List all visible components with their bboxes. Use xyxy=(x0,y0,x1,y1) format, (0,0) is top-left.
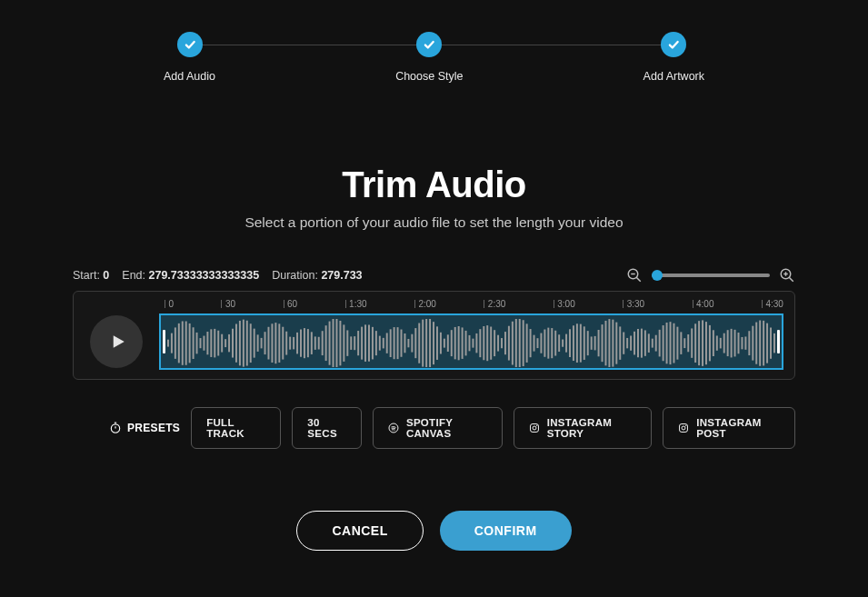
zoom-out-icon[interactable] xyxy=(626,267,643,284)
preset-spotify-canvas[interactable]: SPOTIFY CANVAS xyxy=(373,407,503,449)
ruler-tick: 3:00 xyxy=(554,299,575,309)
instagram-icon xyxy=(529,422,540,434)
check-icon xyxy=(416,32,442,57)
trim-end: End: 279.73333333333335 xyxy=(122,269,259,282)
svg-line-1 xyxy=(636,277,641,282)
step-choose-style[interactable]: Choose Style xyxy=(395,32,463,83)
svg-point-186 xyxy=(686,425,687,426)
check-icon xyxy=(661,32,686,57)
ruler-tick: 1:30 xyxy=(345,299,367,309)
timer-icon xyxy=(109,422,122,434)
ruler-tick: 30 xyxy=(221,299,235,309)
step-add-artwork[interactable]: Add Artwork xyxy=(644,32,704,83)
ruler-tick: 4:30 xyxy=(762,299,783,309)
svg-point-182 xyxy=(533,426,536,430)
presets-heading: PRESETS xyxy=(109,422,180,434)
cancel-button[interactable]: CANCEL xyxy=(296,511,423,551)
ruler-tick: 2:30 xyxy=(484,299,505,309)
time-ruler: 0 30 60 1:30 2:00 2:30 3:00 3:30 4:00 4:… xyxy=(74,294,794,313)
ruler-tick: 4:00 xyxy=(693,299,714,309)
preset-30-secs[interactable]: 30 SECS xyxy=(292,407,362,449)
check-icon xyxy=(177,32,203,57)
ruler-tick: 3:30 xyxy=(623,299,644,309)
trim-meta: Start: 0 End: 279.73333333333335 Duratio… xyxy=(73,269,363,282)
waveform-selection[interactable] xyxy=(159,313,783,370)
preset-instagram-story[interactable]: INSTAGRAM STORY xyxy=(514,407,653,449)
zoom-slider[interactable] xyxy=(652,274,770,277)
instagram-icon xyxy=(678,422,689,434)
confirm-button[interactable]: CONFIRM xyxy=(440,511,572,551)
step-label: Add Artwork xyxy=(644,70,704,83)
svg-line-4 xyxy=(789,277,793,282)
ruler-tick: 2:00 xyxy=(414,299,436,309)
step-label: Add Audio xyxy=(164,70,215,83)
preset-instagram-post[interactable]: INSTAGRAM POST xyxy=(663,407,795,449)
play-button[interactable] xyxy=(90,315,143,368)
stepper: Add Audio Choose Style Add Artwork xyxy=(0,0,868,83)
step-add-audio[interactable]: Add Audio xyxy=(164,32,215,83)
ruler-tick: 60 xyxy=(284,299,298,309)
trim-start: Start: 0 xyxy=(73,269,109,282)
preset-full-track[interactable]: FULL TRACK xyxy=(191,407,281,449)
page-subtitle: Select a portion of your audio file to s… xyxy=(73,214,795,231)
zoom-in-icon[interactable] xyxy=(779,267,795,284)
svg-point-183 xyxy=(536,425,537,426)
ruler-tick: 0 xyxy=(165,299,174,309)
waveform-panel: 0 30 60 1:30 2:00 2:30 3:00 3:30 4:00 4:… xyxy=(73,291,795,380)
trim-duration: Duration: 279.733 xyxy=(272,269,362,282)
zoom-slider-thumb[interactable] xyxy=(652,270,663,281)
trim-handle-right[interactable] xyxy=(777,330,780,353)
step-label: Choose Style xyxy=(395,70,463,83)
trim-handle-left[interactable] xyxy=(163,330,165,353)
page-title: Trim Audio xyxy=(73,164,795,205)
spotify-icon xyxy=(388,422,399,434)
waveform xyxy=(166,319,776,367)
svg-point-185 xyxy=(682,426,685,430)
